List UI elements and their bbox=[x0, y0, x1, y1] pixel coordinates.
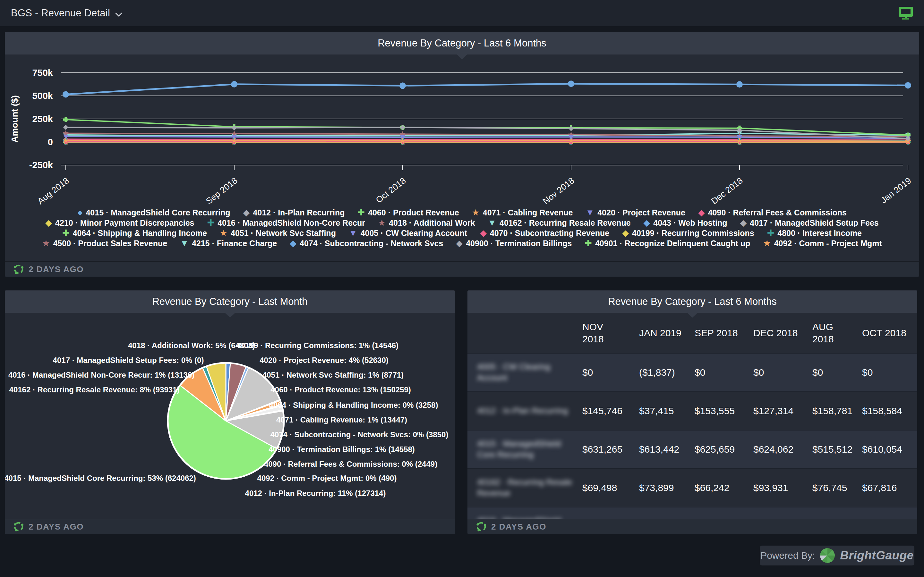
pie-slice-label: 4090 · Referral Fees & Commissions: 0% (… bbox=[264, 460, 437, 469]
legend-item[interactable]: ✚4060 · Product Revenue bbox=[358, 208, 459, 218]
legend-item[interactable]: ✚40901 · Recognize Delinquent Caught up bbox=[585, 239, 750, 248]
legend-item[interactable]: ●4015 · ManagedShield Core Recurring bbox=[78, 208, 230, 218]
table-column-header[interactable]: NOV 2018 bbox=[580, 321, 637, 345]
legend-item[interactable]: ★4051 · Network Svc Staffing bbox=[220, 228, 336, 238]
table-value-cell: $631,265 bbox=[580, 443, 637, 456]
refresh-icon[interactable] bbox=[13, 521, 24, 532]
legend-item[interactable]: ★4092 · Comm - Project Mgmt bbox=[763, 239, 882, 248]
legend-item[interactable]: ◆4070 · Subcontracting Revenue bbox=[480, 228, 609, 238]
table-value-cell: $0 bbox=[693, 366, 751, 379]
legend-marker-icon: ▼ bbox=[180, 239, 189, 248]
svg-text:Amount ($): Amount ($) bbox=[10, 95, 19, 143]
legend-marker-icon: ✚ bbox=[585, 239, 592, 248]
legend-item[interactable]: ✚4064 · Shipping & Handling Income bbox=[62, 228, 207, 238]
svg-text:750k: 750k bbox=[32, 68, 53, 78]
legend-item[interactable]: ✚4016 · ManagedShield Non-Core Recur bbox=[207, 218, 365, 227]
legend-marker-icon: ◆ bbox=[456, 239, 463, 248]
pie-slice-label: 4092 · Comm - Project Mgmt: 0% (490) bbox=[257, 474, 397, 483]
table-value-cell: $613,442 bbox=[637, 443, 693, 456]
powered-by-label: Powered By: bbox=[760, 550, 815, 561]
table-value-cell: $37,415 bbox=[637, 405, 693, 417]
table-column-header[interactable]: AUG 2018 bbox=[811, 321, 860, 345]
table-value-cell: $0 bbox=[580, 366, 637, 379]
legend-label: 4070 · Subcontracting Revenue bbox=[490, 229, 609, 238]
table-column-header[interactable]: SEP 2018 bbox=[693, 327, 751, 339]
last-updated: 2 DAYS AGO bbox=[29, 264, 84, 274]
row-category-name: 4015 · ManagedShield Core Recurring bbox=[467, 438, 580, 460]
legend-label: 4071 · Cabling Revenue bbox=[483, 208, 573, 218]
table-value-cell: $610,054 bbox=[860, 443, 917, 456]
legend-item[interactable]: ◆4074 · Subcontracting - Network Svcs bbox=[290, 239, 443, 248]
legend-label: 4018 · Additional Work bbox=[389, 218, 475, 227]
panel-footer: 2 DAYS AGO bbox=[5, 261, 919, 277]
legend-item[interactable]: ◆4012 · In-Plan Recurring bbox=[243, 208, 345, 218]
dashboard-title: BGS - Revenue Detail bbox=[11, 7, 110, 19]
table-value-cell: $153,555 bbox=[693, 405, 751, 417]
legend-label: 4060 · Product Revenue bbox=[368, 208, 459, 218]
legend-item[interactable]: ◆4017 · ManagedShield Setup Fees bbox=[740, 218, 879, 227]
pie-slice-label: 4015 · ManagedShield Core Recurring: 53%… bbox=[5, 474, 196, 483]
legend-item[interactable]: ◆4090 · Referral Fees & Commissions bbox=[698, 208, 846, 218]
brightgauge-logo-icon bbox=[820, 548, 835, 563]
legend-item[interactable]: ◆4043 · Web Hosting bbox=[644, 218, 727, 227]
legend-row: ✚4064 · Shipping & Handling Income★4051 … bbox=[62, 228, 862, 238]
legend-marker-icon: ★ bbox=[220, 228, 228, 238]
legend-item[interactable]: ★4018 · Additional Work bbox=[378, 218, 475, 227]
legend-marker-icon: ◆ bbox=[480, 228, 487, 238]
pie-slice-label: 4060 · Product Revenue: 13% (150259) bbox=[270, 385, 411, 394]
dashboard-selector[interactable]: BGS - Revenue Detail bbox=[11, 7, 122, 19]
legend-item[interactable]: ★4500 · Product Sales Revenue bbox=[42, 239, 167, 248]
refresh-icon[interactable] bbox=[13, 264, 24, 275]
legend-label: 4090 · Referral Fees & Commissions bbox=[708, 208, 846, 218]
refresh-icon[interactable] bbox=[476, 521, 487, 532]
svg-text:0: 0 bbox=[48, 137, 53, 147]
legend-label: 4215 · Finance Charge bbox=[192, 239, 277, 248]
legend-label: 4043 · Web Hosting bbox=[653, 218, 727, 227]
legend-item[interactable]: ▼4005 · CW Clearing Account bbox=[349, 228, 467, 238]
legend-marker-icon: ★ bbox=[42, 239, 50, 248]
row-category-name: 4012 · In-Plan Recurring bbox=[467, 406, 580, 416]
chart-legend: ●4015 · ManagedShield Core Recurring◆401… bbox=[5, 208, 919, 248]
last-updated: 2 DAYS AGO bbox=[491, 522, 546, 532]
monitor-icon[interactable] bbox=[898, 5, 913, 21]
table-column-header[interactable]: OCT 2018 bbox=[860, 327, 917, 339]
svg-text:Dec 2018: Dec 2018 bbox=[709, 176, 745, 206]
legend-item[interactable]: ◆40900 · Termination Billings bbox=[456, 239, 572, 248]
table-column-header[interactable]: JAN 2019 bbox=[637, 327, 693, 339]
legend-item[interactable]: ▼4020 · Project Revenue bbox=[586, 208, 685, 218]
legend-label: 4092 · Comm - Project Mgmt bbox=[774, 239, 882, 248]
table-column-header[interactable]: DEC 2018 bbox=[751, 327, 811, 339]
pie-slice-label: 4071 · Cabling Revenue: 1% (13447) bbox=[276, 416, 407, 424]
panel-footer: 2 DAYS AGO bbox=[467, 519, 917, 534]
legend-item[interactable]: ★4071 · Cabling Revenue bbox=[472, 208, 573, 218]
pie-slice-label: 4064 · Shipping & Handling Income: 0% (3… bbox=[269, 401, 438, 410]
legend-marker-icon: ◆ bbox=[290, 239, 296, 248]
legend-marker-icon: ◆ bbox=[644, 218, 650, 227]
table-value-cell: $625,659 bbox=[693, 443, 751, 456]
svg-text:-250k: -250k bbox=[29, 160, 53, 170]
pie-chart-panel: Revenue By Category - Last Month 40199 ·… bbox=[5, 290, 455, 534]
legend-label: 40901 · Recognize Delinquent Caught up bbox=[595, 239, 750, 248]
legend-label: 4074 · Subcontracting - Network Svcs bbox=[300, 239, 443, 248]
svg-text:Sep 2018: Sep 2018 bbox=[204, 176, 239, 206]
pie-slice-label: 4051 · Network Svc Staffing: 1% (8771) bbox=[262, 371, 404, 380]
legend-item[interactable]: ◆40199 · Recurring Commissions bbox=[622, 228, 754, 238]
header-notch bbox=[687, 313, 698, 318]
legend-item[interactable]: ▼40162 · Recurring Resale Revenue bbox=[488, 218, 630, 227]
line-chart-panel: Revenue By Category - Last 6 Months 750k… bbox=[5, 32, 919, 277]
table-row: 4016 · ManagedShield Non-Core Recur bbox=[467, 507, 917, 519]
table-value-cell: $0 bbox=[811, 366, 860, 379]
pie-slice-label: 4017 · ManagedShield Setup Fees: 0% (0) bbox=[53, 356, 204, 365]
legend-marker-icon: ✚ bbox=[207, 218, 215, 227]
legend-label: 40900 · Termination Billings bbox=[466, 239, 572, 248]
legend-label: 4005 · CW Clearing Account bbox=[360, 229, 467, 238]
row-category-name: 4016 · ManagedShield Non-Core Recur bbox=[467, 516, 580, 519]
svg-text:Oct 2018: Oct 2018 bbox=[374, 176, 408, 205]
legend-label: 4016 · ManagedShield Non-Core Recur bbox=[218, 218, 365, 227]
table-value-cell: $158,584 bbox=[860, 405, 917, 417]
powered-by-badge[interactable]: Powered By: BrightGauge bbox=[760, 546, 914, 566]
legend-item[interactable]: ✚4800 · Interest Income bbox=[767, 228, 862, 238]
legend-item[interactable]: ▼4215 · Finance Charge bbox=[180, 239, 277, 248]
legend-item[interactable]: ◆4210 · Minor Payment Discrepancies bbox=[45, 218, 194, 227]
table-panel: Revenue By Category - Last 6 Months NOV … bbox=[467, 290, 917, 534]
